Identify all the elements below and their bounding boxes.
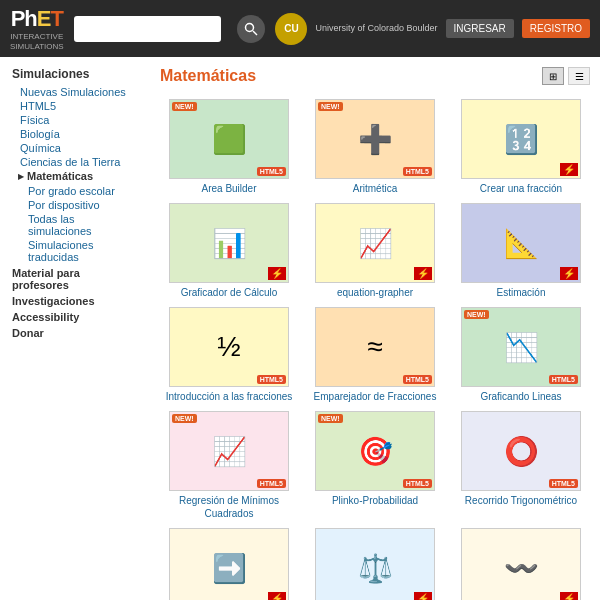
sim-label: Graficador de Cálculo xyxy=(181,286,278,299)
sidebar-item-grado[interactable]: Por grado escolar xyxy=(12,184,138,198)
sidebar-item-ciencias[interactable]: Ciencias de la Tierra xyxy=(12,155,138,169)
tech-badge: HTML5 xyxy=(403,375,432,384)
header: PhET INTERACTIVESIMULATIONS CU Universit… xyxy=(0,0,600,57)
badge-new: NEW! xyxy=(172,102,197,111)
sim-card[interactable]: NEW!➕HTML5Aritmética xyxy=(306,99,444,195)
sim-grid: NEW!🟩HTML5Area BuilderNEW!➕HTML5Aritméti… xyxy=(160,99,590,600)
tech-badge: ⚡ xyxy=(414,267,432,280)
tech-badge: ⚡ xyxy=(268,592,286,600)
grid-view-button[interactable]: ⊞ xyxy=(542,67,564,85)
sim-card[interactable]: ≈HTML5Emparejador de Fracciones xyxy=(306,307,444,403)
tech-badge: ⚡ xyxy=(560,267,578,280)
sidebar: Simulaciones Nuevas Simulaciones HTML5 F… xyxy=(0,57,150,600)
sidebar-item-dispositivo[interactable]: Por dispositivo xyxy=(12,198,138,212)
sim-label: Area Builder xyxy=(201,182,256,195)
search-button[interactable] xyxy=(237,15,265,43)
sim-card[interactable]: NEW!🟩HTML5Area Builder xyxy=(160,99,298,195)
logo-area: PhET INTERACTIVESIMULATIONS xyxy=(10,6,64,51)
sim-thumbnail: ➡️ xyxy=(170,529,288,600)
sim-card[interactable]: 〰️⚡Ajustando la Curva xyxy=(452,528,590,600)
tech-badge: HTML5 xyxy=(403,167,432,176)
main-content: Matemáticas ⊞ ☰ NEW!🟩HTML5Area BuilderNE… xyxy=(150,57,600,600)
tech-badge: HTML5 xyxy=(257,167,286,176)
search-input[interactable] xyxy=(82,22,214,36)
sim-card[interactable]: 🔢⚡Crear una fracción xyxy=(452,99,590,195)
sim-card[interactable]: ➡️⚡Adición de Vectores xyxy=(160,528,298,600)
sidebar-item-investigaciones[interactable]: Investigaciones xyxy=(12,292,138,308)
badge-new: NEW! xyxy=(318,414,343,423)
sim-label: Graficando Lineas xyxy=(480,390,561,403)
search-icon xyxy=(244,22,258,36)
cu-logo: CU xyxy=(275,13,307,45)
sidebar-item-quimica[interactable]: Química xyxy=(12,141,138,155)
sim-card[interactable]: NEW!📉HTML5Graficando Lineas xyxy=(452,307,590,403)
tech-badge: HTML5 xyxy=(257,375,286,384)
sim-card[interactable]: ⚖️⚡Ley de Equilibrio xyxy=(306,528,444,600)
sim-label: Introducción a las fracciones xyxy=(166,390,293,403)
sim-label: Plinko-Probabilidad xyxy=(332,494,418,507)
sim-label: Estimación xyxy=(497,286,546,299)
sidebar-item-todas[interactable]: Todas las simulaciones xyxy=(12,212,138,238)
login-button[interactable]: INGRESAR xyxy=(446,19,514,38)
tech-badge: ⚡ xyxy=(414,592,432,600)
page-title: Matemáticas xyxy=(160,67,256,85)
logo-subtitle: INTERACTIVESIMULATIONS xyxy=(10,32,64,51)
university-text: University of Colorado Boulder xyxy=(315,23,437,35)
badge-new: NEW! xyxy=(464,310,489,319)
sim-label: Regresión de Mínimos Cuadrados xyxy=(160,494,298,520)
badge-new: NEW! xyxy=(172,414,197,423)
sim-label: Aritmética xyxy=(353,182,397,195)
svg-point-0 xyxy=(246,23,254,31)
sidebar-item-matematicas[interactable]: Matemáticas xyxy=(12,169,138,184)
svg-line-1 xyxy=(253,31,257,35)
sidebar-item-biologia[interactable]: Biología xyxy=(12,127,138,141)
search-bar xyxy=(74,16,222,42)
tech-badge: HTML5 xyxy=(403,479,432,488)
view-toggle: ⊞ ☰ xyxy=(542,67,590,85)
badge-new: NEW! xyxy=(318,102,343,111)
sim-label: Crear una fracción xyxy=(480,182,562,195)
sim-card[interactable]: ⭕HTML5Recorrido Trigonométrico xyxy=(452,411,590,520)
sim-card[interactable]: 📐⚡Estimación xyxy=(452,203,590,299)
sidebar-item-donar[interactable]: Donar xyxy=(12,324,138,340)
sim-thumbnail: 〰️ xyxy=(462,529,580,600)
sim-card[interactable]: ½HTML5Introducción a las fracciones xyxy=(160,307,298,403)
sidebar-item-fisica[interactable]: Física xyxy=(12,113,138,127)
sim-thumbnail: ⚖️ xyxy=(316,529,434,600)
sim-label: equation-grapher xyxy=(337,286,413,299)
header-right: CU University of Colorado Boulder INGRES… xyxy=(275,13,590,45)
tech-badge: HTML5 xyxy=(257,479,286,488)
tech-badge: ⚡ xyxy=(560,592,578,600)
sim-card[interactable]: NEW!📈HTML5Regresión de Mínimos Cuadrados xyxy=(160,411,298,520)
sim-label: Recorrido Trigonométrico xyxy=(465,494,577,507)
tech-badge: HTML5 xyxy=(549,479,578,488)
tech-badge: ⚡ xyxy=(268,267,286,280)
content: Simulaciones Nuevas Simulaciones HTML5 F… xyxy=(0,57,600,600)
sidebar-item-html5[interactable]: HTML5 xyxy=(12,99,138,113)
sidebar-item-traducidas[interactable]: Simulaciones traducidas xyxy=(12,238,138,264)
sim-label: Emparejador de Fracciones xyxy=(314,390,437,403)
sim-card[interactable]: 📈⚡equation-grapher xyxy=(306,203,444,299)
register-button[interactable]: REGISTRO xyxy=(522,19,590,38)
sidebar-section-simulaciones: Simulaciones xyxy=(12,67,138,81)
sidebar-item-nuevas[interactable]: Nuevas Simulaciones xyxy=(12,85,138,99)
sim-card[interactable]: NEW!🎯HTML5Plinko-Probabilidad xyxy=(306,411,444,520)
sim-card[interactable]: 📊⚡Graficador de Cálculo xyxy=(160,203,298,299)
sidebar-item-material[interactable]: Material para profesores xyxy=(12,264,138,292)
phet-logo: PhET xyxy=(11,6,63,32)
list-view-button[interactable]: ☰ xyxy=(568,67,590,85)
tech-badge: HTML5 xyxy=(549,375,578,384)
sidebar-item-accessibility[interactable]: Accessibility xyxy=(12,308,138,324)
tech-badge: ⚡ xyxy=(560,163,578,176)
